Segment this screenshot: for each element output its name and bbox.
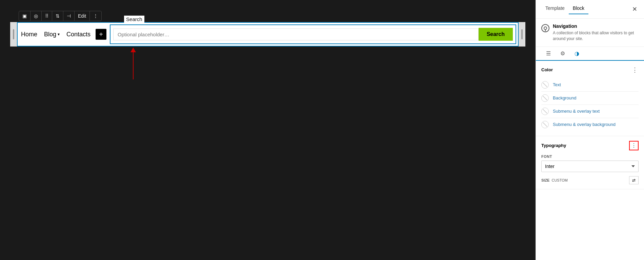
- size-controls-button[interactable]: ⇄: [629, 176, 639, 184]
- nav-block: Home Blog ▾ Contacts + Search Search: [17, 22, 519, 47]
- color-swatch-submenu-text: [541, 108, 549, 115]
- color-swatch-text: [541, 81, 549, 89]
- nav-links: Home Blog ▾ Contacts: [18, 26, 94, 43]
- color-section-title: Color: [541, 67, 553, 72]
- size-label: SIZE: [541, 178, 549, 182]
- align-icon: ⊣: [67, 13, 71, 19]
- nav-link-home[interactable]: Home: [21, 31, 37, 38]
- search-input[interactable]: [113, 29, 479, 40]
- list-icon: ☰: [546, 51, 551, 56]
- no-color-icon: [543, 82, 547, 87]
- color-section: Color ⋮ Text Background Submenu & overla…: [536, 61, 644, 136]
- no-color-icon: [543, 96, 547, 100]
- add-nav-item-button[interactable]: +: [96, 29, 106, 40]
- size-custom-label: CUSTOM: [551, 178, 567, 182]
- navigation-icon-inner: [544, 26, 547, 30]
- nav-block-title: Navigation: [553, 23, 639, 29]
- nav-block-description: A collection of blocks that allow visito…: [553, 30, 639, 42]
- no-color-icon: [543, 109, 547, 114]
- navigation-icon: [541, 24, 549, 32]
- panel-header: Template Block ✕: [536, 0, 644, 19]
- left-handle-inner: [13, 29, 14, 39]
- nav-link-contacts[interactable]: Contacts: [66, 31, 90, 38]
- align-button[interactable]: ⊣: [63, 11, 75, 21]
- sidebar-icon: ▣: [22, 13, 27, 19]
- left-resize-handle[interactable]: [10, 22, 17, 47]
- tab-styles-icon[interactable]: ◑: [570, 47, 584, 61]
- styles-icon: ◑: [575, 51, 579, 56]
- block-toolbar: ▣ ◎ ⠿ ⇅ ⊣ Edit ⋮: [19, 11, 102, 21]
- tab-list-icon[interactable]: ☰: [541, 47, 556, 61]
- nav-text: Navigation A collection of blocks that a…: [553, 23, 639, 42]
- more-icon: ⋮: [93, 13, 98, 19]
- size-row: SIZE CUSTOM ⇄: [541, 176, 639, 184]
- panel-tabs: Template Block: [541, 4, 588, 14]
- size-label-group: SIZE CUSTOM: [541, 178, 568, 182]
- move-button[interactable]: ⇅: [52, 11, 63, 21]
- right-panel: Template Block ✕ Navigation A collection…: [536, 0, 644, 260]
- color-section-more-button[interactable]: ⋮: [631, 66, 639, 74]
- drag-button[interactable]: ⠿: [42, 11, 52, 21]
- nav-info: Navigation A collection of blocks that a…: [536, 19, 644, 47]
- no-color-icon: [543, 122, 547, 127]
- edit-button[interactable]: Edit: [75, 11, 90, 21]
- nav-link-blog[interactable]: Blog ▾: [44, 31, 60, 38]
- dots-icon: ⠿: [45, 13, 48, 19]
- more-options-button[interactable]: ⋮: [90, 11, 101, 21]
- color-option-submenu-text-label: Submenu & overlay text: [553, 109, 600, 114]
- arrow-line: [133, 52, 134, 79]
- font-select[interactable]: Inter: [541, 161, 639, 172]
- color-option-submenu-bg[interactable]: Submenu & overlay background: [541, 118, 639, 131]
- circle-button[interactable]: ◎: [31, 11, 42, 21]
- tab-template[interactable]: Template: [541, 4, 569, 14]
- arrow-head: [130, 48, 136, 52]
- font-label: FONT: [541, 154, 639, 159]
- color-section-header: Color ⋮: [541, 66, 639, 74]
- canvas-area: ▣ ◎ ⠿ ⇅ ⊣ Edit ⋮ Home: [0, 0, 536, 260]
- gear-icon: ⚙: [560, 51, 565, 56]
- typography-more-button[interactable]: ⋮: [629, 141, 639, 150]
- typography-section: Typography ⋮ FONT Inter SIZE CUSTOM ⇄: [536, 136, 644, 189]
- color-swatch-background: [541, 94, 549, 102]
- color-option-background[interactable]: Background: [541, 92, 639, 105]
- color-swatch-submenu-bg: [541, 121, 549, 128]
- edit-label: Edit: [78, 13, 86, 19]
- color-option-text[interactable]: Text: [541, 78, 639, 92]
- color-option-background-label: Background: [553, 95, 576, 100]
- nav-block-wrapper: Home Blog ▾ Contacts + Search Search: [10, 22, 525, 47]
- sidebar-toggle-button[interactable]: ▣: [19, 11, 31, 21]
- tab-block[interactable]: Block: [569, 4, 588, 14]
- right-resize-handle[interactable]: [519, 22, 525, 47]
- search-label: Search: [124, 16, 144, 23]
- search-submit-button[interactable]: Search: [479, 28, 513, 41]
- panel-icon-tabs: ☰ ⚙ ◑: [536, 47, 644, 61]
- insertion-indicator: [130, 48, 136, 79]
- color-option-submenu-text[interactable]: Submenu & overlay text: [541, 105, 639, 118]
- size-adjust-icon: ⇄: [632, 178, 636, 183]
- typography-title: Typography: [541, 143, 566, 148]
- arrows-icon: ⇅: [56, 13, 60, 19]
- panel-close-button[interactable]: ✕: [631, 4, 639, 14]
- color-option-text-label: Text: [553, 82, 561, 87]
- nav-selection-area: Search Search: [110, 24, 516, 44]
- tab-settings-icon[interactable]: ⚙: [556, 47, 570, 61]
- right-handle-inner: [521, 29, 523, 39]
- color-option-submenu-bg-label: Submenu & overlay background: [553, 122, 616, 127]
- chevron-down-icon: ▾: [58, 32, 60, 37]
- circle-icon: ◎: [34, 13, 38, 19]
- typography-header: Typography ⋮: [541, 141, 639, 150]
